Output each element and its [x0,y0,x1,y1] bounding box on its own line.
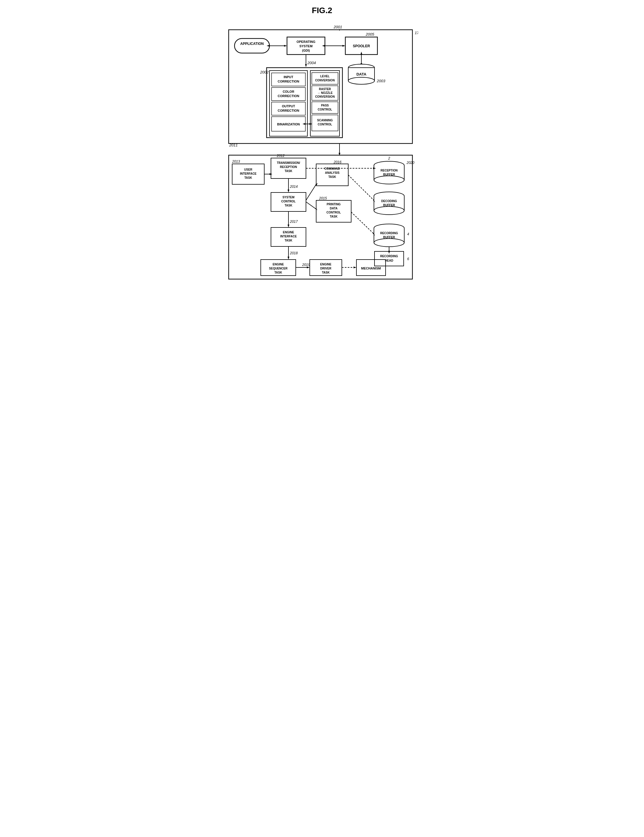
ref-2014: 2014 [290,185,298,189]
svg-point-81 [374,238,404,247]
input-correction-label: INPUT [284,75,293,79]
pass-control-label: PASS [321,104,329,107]
ref-2011: 2011 [229,143,238,147]
svg-marker-8 [322,45,325,47]
system-control-label2: CONTROL [281,200,296,203]
page-container: FIG.2 170 2001 APPLICATION OPERATING SYS… [220,6,424,284]
svg-marker-5 [284,45,287,47]
engine-driver-label2: DRIVER [320,267,332,270]
ref-2013: 2013 [232,159,240,164]
recording-buffer-label2: BUFFER [383,236,395,239]
svg-rect-30 [312,102,338,113]
engine-seq-label: ENGINE [273,263,284,266]
data-label: DATA [356,72,366,76]
ref-2005: 2005 [365,32,375,36]
pass-control-label2: CONTROL [318,108,332,111]
mechanism-label: MECHANISM [361,267,381,270]
svg-marker-86 [388,251,390,254]
input-correction-label2: CORRECTION [278,80,299,83]
svg-marker-49 [288,257,289,259]
printing-data-label3: CONTROL [326,211,341,214]
ref-6: 6 [407,257,409,261]
ref-2018: 2018 [290,251,298,255]
ref-2012: 2012 [276,154,285,158]
command-analysis-label2: ANALYSIS [325,171,340,174]
raster-nozzle-label: RASTER [319,87,331,91]
system-control-label3: TASK [285,204,292,207]
ref-2019: 2019 [302,263,310,267]
svg-marker-4 [266,45,269,47]
ref-2: 2 [388,156,390,161]
ref-2001: 2001 [334,25,342,29]
command-analysis-label: COMMAND [324,167,340,170]
svg-marker-9 [342,45,345,47]
svg-marker-33 [302,123,306,125]
svg-point-16 [348,77,375,84]
ref-170: 170 [415,31,418,35]
svg-rect-28 [312,72,338,84]
engine-driver-label: ENGINE [320,263,332,266]
trans-rec-label2: RECEPTION [280,165,297,169]
recording-head-label: RECORDING [380,254,398,258]
engine-interface-label: ENGINE [283,231,294,234]
svg-marker-55 [353,267,356,268]
printing-data-label4: TASK [330,215,338,218]
spooler-label: SPOOLER [353,44,370,48]
engine-seq-label2: SEQUENCER [269,267,288,270]
svg-line-75 [348,175,374,200]
application-label: APPLICATION [240,42,264,46]
trans-rec-label: TRANSMISSION/ [277,161,300,164]
svg-line-58 [306,184,316,200]
level-conversion-label: LEVEL [320,75,330,78]
os-label3: (GDI) [302,49,310,52]
decoding-buffer-label: DECODING [381,200,397,203]
trans-rec-label3: TASK [285,169,292,172]
scanning-control-label: SCANNING [317,119,333,122]
os-label: OPERATING [297,40,315,43]
os-label2: SYSTEM [299,44,312,48]
diagram-svg: 170 2001 APPLICATION OPERATING SYSTEM (G… [226,21,418,284]
raster-nozzle-label2: → NOZZLE [317,91,333,95]
binarization-label: BINARIZATION [277,123,300,126]
ref-2016: 2016 [334,160,342,164]
svg-line-82 [351,212,374,234]
svg-rect-21 [266,68,342,138]
color-correction-label: COLOR [283,90,294,94]
svg-point-67 [374,176,404,184]
svg-rect-2 [235,38,269,53]
ref-2003: 2003 [376,79,386,83]
svg-marker-46 [288,225,289,228]
scanning-control-label2: CONTROL [318,123,332,126]
svg-point-74 [374,207,404,215]
command-analysis-label3: TASK [329,175,336,179]
ref-2020: 2020 [406,161,414,165]
recording-head-label2: HEAD [385,259,393,262]
decoding-buffer-label2: BUFFER [383,204,395,207]
level-conversion-label2: CONVERSION [315,79,335,82]
figure-title: FIG.2 [220,6,424,15]
system-control-label: SYSTEM [283,196,294,199]
color-correction-label2: CORRECTION [278,94,299,98]
ref-2004: 2004 [307,61,316,65]
user-interface-task-label: USER [244,168,253,171]
svg-line-61 [306,202,316,209]
engine-interface-label2: INTERFACE [280,235,297,238]
output-correction-label: OUTPUT [282,104,295,108]
printing-data-label: PRINTING [327,203,341,206]
ref-2017: 2017 [290,220,298,224]
engine-seq-label3: TASK [274,271,283,274]
reception-buffer-label2: BUFFER [383,173,395,176]
output-correction-label2: CORRECTION [278,109,299,112]
raster-nozzle-label3: CONVERSION [315,95,335,98]
svg-marker-13 [360,52,362,54]
user-interface-task-label2: INTERFACE [240,172,257,175]
printing-data-label2: DATA [330,207,337,210]
ref-2015: 2015 [319,196,327,200]
svg-marker-20 [305,64,307,67]
user-interface-task-label3: TASK [245,176,252,179]
recording-buffer-label: RECORDING [380,231,398,235]
svg-marker-43 [288,190,289,192]
ref-2002: 2002 [260,70,269,74]
engine-interface-label3: TASK [285,239,292,242]
ref-4: 4 [407,232,409,236]
